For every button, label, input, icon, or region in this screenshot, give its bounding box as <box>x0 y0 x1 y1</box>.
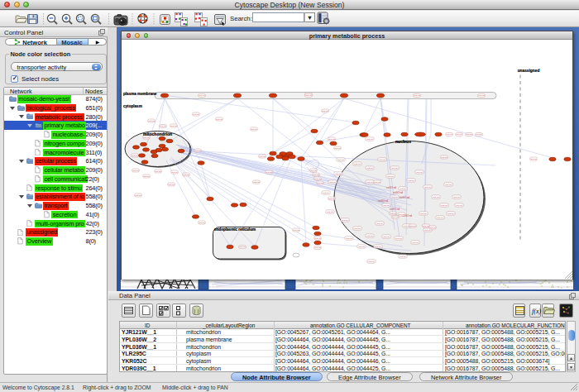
svg-text:GO-nd: GO-nd <box>143 174 150 177</box>
svg-text:GO-nd: GO-nd <box>132 169 139 171</box>
svg-text:GO-nd: GO-nd <box>447 213 454 215</box>
svg-text:GO-nd: GO-nd <box>253 180 260 183</box>
svg-text:GO-nd: GO-nd <box>416 171 423 174</box>
svg-text:nxGO:nd: nxGO:nd <box>390 208 400 211</box>
svg-text:GO-nd: GO-nd <box>390 212 396 214</box>
svg-text:GO-nd: GO-nd <box>170 124 177 127</box>
svg-text:f(x): f(x) <box>532 307 541 314</box>
svg-text:GO-nd: GO-nd <box>366 167 373 170</box>
svg-text:GO-nd: GO-nd <box>310 169 317 171</box>
svg-text:cytoplasm: cytoplasm <box>123 104 142 108</box>
svg-text:GO-nd: GO-nd <box>346 237 352 240</box>
svg-text:GO-nd: GO-nd <box>383 236 390 238</box>
svg-text:GO-nd: GO-nd <box>199 221 205 223</box>
svg-text:GO-nd: GO-nd <box>399 213 405 215</box>
svg-text:GO-nd: GO-nd <box>160 125 166 127</box>
svg-text:nxGO:nd: nxGO:nd <box>400 196 409 199</box>
svg-text:GO-nd: GO-nd <box>530 157 537 160</box>
svg-text:GO-nd: GO-nd <box>423 224 429 227</box>
svg-text:GO-nd: GO-nd <box>327 211 333 213</box>
svg-text:endoplasmic reticulum: endoplasmic reticulum <box>214 227 256 232</box>
svg-text:GO-nd: GO-nd <box>335 173 342 175</box>
svg-text:GO-nd: GO-nd <box>143 136 150 138</box>
svg-text:GO-nd: GO-nd <box>456 133 462 136</box>
svg-text:GO-nd: GO-nd <box>376 222 383 225</box>
svg-text:GO-nd: GO-nd <box>445 184 452 186</box>
svg-text:GO-nd: GO-nd <box>466 133 472 136</box>
svg-text:GO-nd: GO-nd <box>395 237 402 240</box>
svg-text:GO-nd: GO-nd <box>266 170 272 173</box>
svg-text:GO-nd: GO-nd <box>293 228 299 231</box>
svg-text:GO-nd: GO-nd <box>194 149 201 151</box>
svg-text:GO-nd: GO-nd <box>478 94 485 97</box>
svg-text:plasma membrane: plasma membrane <box>123 91 157 95</box>
svg-text:GO-nd: GO-nd <box>328 137 335 140</box>
svg-text:GO-nd: GO-nd <box>171 170 178 173</box>
svg-text:GO-nd: GO-nd <box>239 246 246 248</box>
svg-text:GO-nd: GO-nd <box>476 133 482 136</box>
svg-text:GO-nd: GO-nd <box>414 94 420 97</box>
svg-text:GO-nd: GO-nd <box>354 163 361 165</box>
svg-text:GO-nd: GO-nd <box>342 219 348 222</box>
svg-text:GO-nd: GO-nd <box>368 261 375 263</box>
svg-text:GO-nd: GO-nd <box>314 237 321 239</box>
svg-text:GO-nd: GO-nd <box>317 181 323 184</box>
svg-text:GO-nd: GO-nd <box>383 204 390 207</box>
svg-text:GO-nd: GO-nd <box>374 180 380 183</box>
svg-text:GO-nd: GO-nd <box>259 155 266 157</box>
svg-text:GO-nd: GO-nd <box>216 117 223 120</box>
svg-text:GO-nd: GO-nd <box>379 159 385 161</box>
svg-text:GO-nd: GO-nd <box>314 246 321 249</box>
svg-text:GO-nd: GO-nd <box>135 194 141 196</box>
svg-text:GO-nd: GO-nd <box>456 204 462 207</box>
svg-text:GO-nd: GO-nd <box>199 94 205 97</box>
svg-text:GO-nd: GO-nd <box>446 133 452 136</box>
svg-text:GO-nd: GO-nd <box>183 173 189 175</box>
svg-text:GO-nd: GO-nd <box>429 226 436 228</box>
svg-text:nucleus: nucleus <box>395 138 411 143</box>
svg-text:nxGO:nd: nxGO:nd <box>378 199 388 203</box>
svg-text:GO-nd: GO-nd <box>193 112 199 115</box>
svg-text:GO-nd: GO-nd <box>366 138 373 141</box>
svg-text:GO-nd: GO-nd <box>155 170 161 172</box>
svg-text:GO-nd: GO-nd <box>433 196 439 198</box>
svg-text:GO-nd: GO-nd <box>400 188 406 190</box>
svg-text:GO-nd: GO-nd <box>322 109 328 112</box>
svg-text:GO-nd: GO-nd <box>323 192 329 194</box>
svg-text:GO-nd: GO-nd <box>314 177 321 179</box>
svg-text:GO-nd: GO-nd <box>313 173 319 175</box>
svg-text:GO-nd: GO-nd <box>400 256 406 258</box>
svg-text:GO-nd: GO-nd <box>358 246 365 248</box>
svg-text:GO-nd: GO-nd <box>408 179 414 182</box>
svg-text:GO-nd: GO-nd <box>132 154 138 156</box>
svg-text:GO-nd: GO-nd <box>375 246 381 248</box>
svg-text:mitochondrion: mitochondrion <box>143 131 172 136</box>
svg-text:GO-nd: GO-nd <box>392 216 399 218</box>
svg-text:GO-nd: GO-nd <box>420 213 427 215</box>
svg-text:GO-nd: GO-nd <box>366 235 373 237</box>
svg-text:unassigned: unassigned <box>518 68 540 72</box>
svg-text:GO-nd: GO-nd <box>168 183 175 185</box>
svg-text:nxGO:nd: nxGO:nd <box>386 186 396 189</box>
svg-text:GO-nd: GO-nd <box>354 227 361 230</box>
svg-text:GO-nd: GO-nd <box>337 159 344 161</box>
svg-text:GO-nd: GO-nd <box>437 217 443 219</box>
svg-text:GO-nd: GO-nd <box>305 94 312 97</box>
svg-text:GO-nd: GO-nd <box>391 167 398 170</box>
svg-text:GO-nd: GO-nd <box>441 155 447 158</box>
svg-text:GO-nd: GO-nd <box>334 146 341 149</box>
svg-text:nxGO:nd: nxGO:nd <box>393 191 403 194</box>
svg-text:GO-nd: GO-nd <box>424 229 431 232</box>
svg-text:GO-nd: GO-nd <box>366 181 373 184</box>
svg-text:GO-nd: GO-nd <box>409 224 416 227</box>
svg-text:GO-nd: GO-nd <box>148 119 155 122</box>
svg-text:GO-nd: GO-nd <box>412 241 419 244</box>
svg-text:GO-nd: GO-nd <box>329 181 336 184</box>
svg-text:GO-nd: GO-nd <box>453 196 460 198</box>
svg-text:GO-nd: GO-nd <box>387 175 394 178</box>
svg-text:GO-nd: GO-nd <box>251 127 257 130</box>
svg-text:GO-nd: GO-nd <box>441 204 447 207</box>
svg-text:GO-nd: GO-nd <box>328 197 335 199</box>
svg-text:GO-nd: GO-nd <box>391 196 398 198</box>
svg-text:GO-nd: GO-nd <box>424 186 431 189</box>
